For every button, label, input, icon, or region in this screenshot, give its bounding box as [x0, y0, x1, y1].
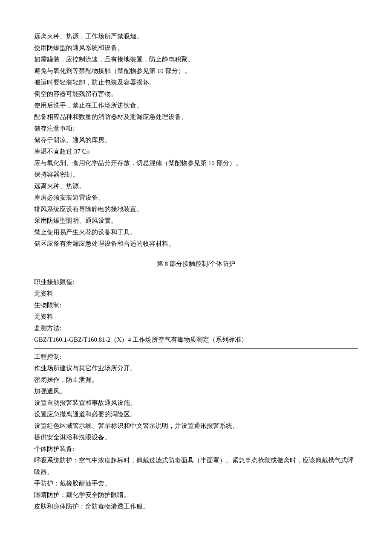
eng-control-line: 设置自动报警装置和事故通风设施。 — [34, 397, 358, 409]
handling-line: 使用防爆型的通风系统和设备。 — [34, 42, 358, 54]
engineering-control: 工程控制: 作业场所建议与其它作业场所分开。 密闭操作，防止泄漏。 加强通风。 … — [34, 351, 358, 443]
handling-line: 搬运时要轻装轻卸，防止包装及容器损坏。 — [34, 77, 358, 88]
eng-control-line: 作业场所建议与其它作业场所分开。 — [34, 363, 358, 374]
eng-control-line: 密闭操作，防止泄漏。 — [34, 374, 358, 386]
occupational-limit-value: 无资料 — [34, 288, 358, 299]
eng-control-label: 工程控制: — [34, 351, 358, 363]
bio-limit-value: 无资料 — [34, 311, 358, 323]
storage-line: 库房必须安装避雷设备。 — [34, 192, 358, 203]
handling-line: 如需罐装，应控制流速，且有接地装置，防止静电积聚。 — [34, 54, 358, 65]
storage-line: 采用防爆型照明、通风设置。 — [34, 215, 358, 227]
personal-protective-equipment: 个体防护装备: 呼吸系统防护：空气中浓度超标时，佩戴过滤式防毒面具（半面罩）。紧… — [34, 443, 358, 512]
handling-line: 使用后洗手，禁止在工作场所进饮食。 — [34, 100, 358, 111]
storage-line: 储存于阴凉、通风的库房。 — [34, 134, 358, 146]
eng-control-line: 加强通风。 — [34, 386, 358, 397]
handling-precautions: 远离火种、热源，工作场所严禁吸烟。 使用防爆型的通风系统和设备。 如需罐装，应控… — [34, 31, 358, 123]
ppe-line: 皮肤和身体防护：穿防毒物渗透工作服。 — [34, 501, 358, 512]
divider — [34, 348, 358, 349]
occupational-exposure-limit: 职业接触限值: 无资料 — [34, 276, 358, 299]
bio-limit-label: 生物限制: — [34, 299, 358, 311]
eng-control-line: 设置应急撤离通道和必要的泻险区。 — [34, 409, 358, 420]
storage-line: 库温不宜超过 37℃o — [34, 146, 358, 157]
storage-line: 保持容器密封。 — [34, 169, 358, 180]
storage-line: 禁止使用易产生火花的设备和工具。 — [34, 227, 358, 238]
storage-header: 储存注意事项: — [34, 123, 358, 134]
storage-line: 远离火种、热源。 — [34, 180, 358, 192]
monitoring-method: 监测方法: GBZ/T160.1-GBZ/T160.81-2（X）4 工作场所空… — [34, 323, 358, 346]
storage-line: 储区应备有泄漏应急处理设备和合适的收容材料。 — [34, 238, 358, 250]
monitor-label: 监测方法: — [34, 323, 358, 334]
ppe-line: 呼吸系统防护：空气中浓度超标时，佩戴过滤式防毒面具（半面罩）。紧急事态抢救或撤离… — [34, 455, 358, 478]
ppe-label: 个体防护装备: — [34, 443, 358, 455]
ppe-line: 手防护：戴橡胶耐油手套。 — [34, 478, 358, 489]
section-8-title: 第 8 部分接触控制/个体防护 — [34, 258, 358, 270]
ppe-line: 眼睛防护：戴化学安全防护眼睛。 — [34, 489, 358, 501]
eng-control-line: 设置红色区域警示线、警示标识和中文警示说明，并设置通讯报警系统。 — [34, 420, 358, 432]
handling-line: 配备相应品种和数量的消防器材及泄漏应急处理设备。 — [34, 111, 358, 123]
handling-line: 倒空的容器可能残留有害物。 — [34, 88, 358, 100]
handling-line: 避免与氧化剂等禁配物接触（禁配物参见第 10 部分）。 — [34, 65, 358, 77]
monitor-value: GBZ/T160.1-GBZ/T160.81-2（X）4 工作场所空气有毒物质测… — [34, 334, 358, 346]
storage-precautions: 储存注意事项: 储存于阴凉、通风的库房。 库温不宜超过 37℃o 应与氧化剂、食… — [34, 123, 358, 250]
eng-control-line: 提供安全淋浴和洗眼设备。 — [34, 432, 358, 443]
occupational-limit-label: 职业接触限值: — [34, 276, 358, 288]
storage-line: 应与氧化剂、食用化学品分开存放，切忌混储（禁配物参见第 10 部分）。 — [34, 157, 358, 169]
biological-limit: 生物限制: 无资料 — [34, 299, 358, 323]
handling-line: 远离火种、热源，工作场所严禁吸烟。 — [34, 31, 358, 42]
storage-line: 排风系统应设有导除静电的接地装置。 — [34, 203, 358, 215]
